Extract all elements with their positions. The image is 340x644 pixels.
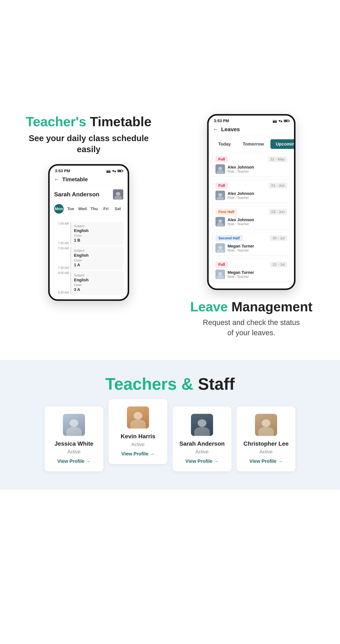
leave-person-info-2: Alex Johnson Role : Teacher: [228, 191, 254, 200]
schedule-list: 7:00 AM 7:30 AM Subject English Class 1 …: [50, 222, 128, 299]
staff-status-jessica: Active: [68, 449, 80, 455]
tab-today[interactable]: Today: [213, 139, 236, 149]
staff-grid: Jessica White Active View Profile → Kevi…: [11, 406, 329, 472]
tab-tomorrow[interactable]: Tomorrow: [238, 139, 269, 149]
phone-status-bar: 3:53 PM 📷 ▾▴: [50, 166, 128, 175]
leave-item-4: Second Half 30 - Jul Megan Turner R: [212, 232, 290, 256]
teachers-staff-section: Teachers & Staff Jessica White Active Vi…: [0, 360, 340, 490]
leave-avatar-5: [216, 270, 225, 279]
time-start-2: 7:00 AM: [58, 247, 69, 250]
leaves-status-bar: 3:53 PM 📷 ▾▴: [209, 116, 294, 125]
time-pair-3: 8:00 AM 8:30 AM: [54, 271, 70, 294]
leaves-phone-header: ← Leaves: [209, 125, 294, 136]
leave-heading-highlight: Leave: [190, 299, 228, 314]
time-pair-1: 7:00 AM 7:30 AM: [54, 222, 70, 245]
leave-badge-2: Full: [216, 182, 228, 189]
status-time: 3:53 PM: [55, 168, 70, 173]
leave-person-info-1: Alex Johnson Role : Teacher: [228, 165, 254, 174]
day-wed[interactable]: Wed: [78, 204, 87, 214]
back-arrow-icon[interactable]: ←: [54, 176, 59, 182]
timetable-body: Sarah Anderson Mon Tue Wed Thu Fri: [50, 186, 128, 222]
leave-person-name-3: Alex Johnson: [228, 218, 254, 222]
battery-icon: [118, 170, 122, 172]
subject-name-2: English: [74, 253, 120, 258]
leaves-list: Full 31 - May Alex Johnson Role : T: [209, 152, 294, 288]
view-profile-jessica[interactable]: View Profile →: [58, 458, 91, 464]
leave-avatar-fig-1: [216, 164, 225, 174]
battery-icon-leaves: [284, 120, 289, 122]
day-sat[interactable]: Sat: [113, 204, 122, 214]
subject-name-3: English: [74, 278, 120, 282]
avatar-head: [116, 192, 120, 196]
subject-label-3: Subject: [74, 274, 120, 277]
view-profile-christopher[interactable]: View Profile →: [250, 458, 283, 464]
leave-item-1: Full 31 - May Alex Johnson Role : T: [212, 153, 290, 177]
staff-name-sarah: Sarah Anderson: [180, 440, 225, 447]
day-thu[interactable]: Thu: [90, 204, 99, 214]
leave-person-name-4: Megan Turner: [228, 244, 254, 248]
leave-item-4-header: Second Half 30 - Jul: [216, 235, 287, 242]
staff-name-jessica: Jessica White: [54, 440, 94, 447]
day-fri[interactable]: Fri: [101, 204, 111, 214]
leave-date-2: 01 - Jun: [269, 183, 287, 188]
leave-person-role-1: Role : Teacher: [228, 170, 254, 174]
leave-person-role-5: Role : Teacher: [228, 275, 254, 279]
schedule-item-1: 7:00 AM 7:30 AM Subject English Class 1 …: [54, 222, 123, 245]
staff-card-kevin: Kevin Harris Active View Profile →: [108, 399, 168, 464]
phone-header: ← Timetable: [50, 175, 128, 186]
timetable-phone-mockup: 3:53 PM 📷 ▾▴ ← Timetable Sarah Anderson: [48, 164, 129, 301]
leave-management-heading: Leave Management: [190, 299, 312, 314]
arrow-icon-jessica: →: [86, 459, 90, 464]
leaves-phone-mockup: 3:53 PM 📷 ▾▴ ← Leaves Today Tomorrow Upc…: [207, 114, 296, 290]
class-card-2: Subject English Class 1 A: [70, 246, 123, 270]
leave-person-1: Alex Johnson Role : Teacher: [216, 164, 287, 174]
class-card-3: Subject English Class 3 A: [70, 271, 123, 294]
leave-avatar-fig-4: [216, 243, 225, 253]
staff-name-christopher: Christopher Lee: [244, 440, 288, 447]
avatar-figure-sarah: [191, 414, 213, 436]
time-start-1: 7:00 AM: [58, 222, 69, 226]
leave-person-2: Alex Johnson Role : Teacher: [216, 190, 287, 200]
leave-date-1: 31 - May: [268, 156, 287, 162]
schedule-item-3: 8:00 AM 8:30 AM Subject English Class 3 …: [54, 271, 123, 294]
teachers-staff-heading: Teachers & Staff: [11, 374, 329, 394]
leave-person-info-5: Megan Turner Role : Teacher: [228, 270, 254, 279]
camera-icon-leaves: 📷: [272, 119, 277, 123]
timetable-subtitle: See your daily class schedule easily: [29, 133, 149, 155]
leave-person-name-1: Alex Johnson: [228, 165, 254, 170]
staff-status-sarah: Active: [196, 449, 209, 455]
view-profile-kevin[interactable]: View Profile →: [122, 451, 155, 457]
day-tue[interactable]: Tue: [66, 204, 76, 214]
leave-person-name-2: Alex Johnson: [228, 191, 254, 196]
leave-avatar-2: [216, 190, 225, 200]
time-start-3: 8:00 AM: [58, 272, 69, 275]
time-end-1: 7:30 AM: [58, 242, 69, 245]
class-label-3: Class: [74, 283, 120, 287]
leaves-back-arrow[interactable]: ←: [213, 126, 218, 132]
teacher-avatar-figure: [113, 189, 123, 200]
subject-label-2: Subject: [74, 249, 120, 253]
timetable-section: Teacher's Timetable See your daily class…: [15, 114, 163, 301]
class-name-1: 1 B: [74, 238, 120, 243]
avatar-figure-jessica: [63, 414, 85, 436]
staff-avatar-jessica: [63, 414, 85, 436]
class-label-2: Class: [74, 258, 120, 262]
tab-upcoming[interactable]: Upcoming: [270, 139, 296, 149]
staff-card-jessica: Jessica White Active View Profile →: [44, 406, 104, 472]
leave-date-5: 31 - Jul: [270, 262, 287, 267]
avatar-figure-christopher: [255, 414, 277, 436]
leave-person-info-4: Megan Turner Role : Teacher: [228, 244, 254, 252]
leave-avatar-4: [216, 243, 225, 253]
leave-avatar-3: [216, 217, 225, 226]
leave-badge-5: Full: [216, 261, 228, 268]
class-name-3: 3 A: [74, 287, 120, 292]
leave-person-3: Alex Johnson Role : Teacher: [216, 217, 287, 226]
staff-card-sarah: Sarah Anderson Active View Profile →: [172, 406, 232, 472]
leaves-status-icons: 📷 ▾▴: [272, 119, 289, 123]
leave-date-4: 30 - Jul: [270, 235, 287, 241]
subject-label-1: Subject: [74, 224, 120, 228]
leave-badge-1: Full: [216, 156, 228, 162]
view-profile-sarah[interactable]: View Profile →: [186, 458, 219, 464]
day-mon[interactable]: Mon: [54, 204, 64, 214]
avatar-body: [114, 196, 122, 200]
